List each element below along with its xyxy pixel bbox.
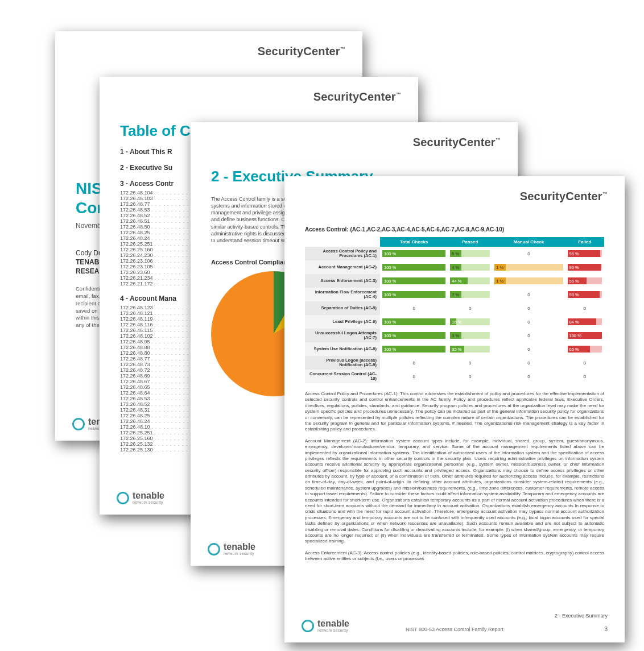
tenable-sub: network security — [224, 552, 255, 555]
para-ac1: Access Control Policy and Procedures (AC… — [305, 391, 604, 433]
para-ac2: Account Management (AC-2): Information s… — [305, 438, 604, 545]
row-label: Access Control Policy and Procedures (AC… — [305, 247, 380, 260]
row-label: Concurrent Session Control (AC-10) — [305, 370, 380, 383]
brand-logo: SecurityCenter™ — [313, 90, 401, 103]
brand-text: SecurityCenter — [313, 90, 396, 103]
table-row: Least Privilege (AC-6)100 %16 %084 % — [305, 315, 604, 329]
table-row: Unsuccessful Logon Attempts (AC-7)100 %0… — [305, 329, 604, 342]
col-manual: Manual Check — [492, 237, 565, 247]
brand-text: SecurityCenter — [258, 45, 340, 57]
tenable-logo: tenable network security — [302, 619, 349, 632]
brand-logo: SecurityCenter™ — [520, 190, 608, 203]
para-ac3: Access Enforcement (AC-3): Access contro… — [305, 550, 604, 562]
table-row: Access Control Policy and Procedures (AC… — [305, 247, 604, 260]
tenable-logo: tenable network security — [208, 542, 255, 555]
row-label: Separation of Duties (AC-5) — [305, 301, 380, 315]
brand-logo: SecurityCenter™ — [413, 136, 501, 149]
row-label: Account Management (AC-2) — [305, 260, 380, 274]
body-text: Access Control Policy and Procedures (AC… — [305, 391, 604, 562]
tenable-sub: network security — [133, 500, 164, 504]
table-row: System Use Notification (AC-8)100 %35 %0… — [305, 342, 604, 356]
brand-text: SecurityCenter — [520, 190, 602, 202]
table-row: Separation of Duties (AC-5)0000 — [305, 301, 604, 315]
footer-center: NIST 800-53 Access Control Family Report — [406, 627, 503, 632]
tenable-circle-icon — [72, 418, 85, 430]
tenable-circle-icon — [302, 620, 314, 632]
table-row: Concurrent Session Control (AC-10)0000 — [305, 370, 604, 383]
row-label: Least Privilege (AC-6) — [305, 315, 380, 329]
row-label: System Use Notification (AC-8) — [305, 342, 380, 356]
tenable-circle-icon — [117, 492, 129, 504]
brand-logo: SecurityCenter™ — [258, 45, 345, 58]
tenable-sub: network security — [317, 628, 349, 632]
col-total: Total Checks — [380, 237, 448, 247]
row-label: Previous Logon (access) Notification (AC… — [305, 356, 380, 370]
section-footer-title: 2 - Executive Summary — [555, 613, 608, 619]
row-label: Access Enforcement (AC-3) — [305, 274, 380, 288]
tenable-circle-icon — [208, 543, 220, 555]
compliance-table: Total Checks Passed Manual Check Failed … — [305, 237, 604, 383]
table-row: Previous Logon (access) Notification (AC… — [305, 356, 604, 370]
table-row: Account Management (AC-2)100 %4 %1 %96 % — [305, 260, 604, 274]
footer-page-number: 3 — [604, 626, 608, 632]
tenable-name: tenable — [133, 491, 164, 500]
table-row: Information Flow Enforcement (AC-4)100 %… — [305, 288, 604, 301]
row-label: Information Flow Enforcement (AC-4) — [305, 288, 380, 301]
tenable-logo: tenable network security — [117, 491, 164, 504]
tenable-name: tenable — [317, 619, 349, 628]
access-control-header: Access Control: (AC-1,AC-2,AC-3,AC-4,AC-… — [305, 226, 604, 233]
detail-page: SecurityCenter™ Access Control: (AC-1,AC… — [284, 176, 625, 642]
brand-text: SecurityCenter — [413, 136, 496, 148]
table-row: Access Enforcement (AC-3)100 %44 %1 %56 … — [305, 274, 604, 288]
col-passed: Passed — [448, 237, 492, 247]
tenable-name: tenable — [224, 542, 255, 552]
col-failed: Failed — [565, 237, 604, 247]
trademark-icon: ™ — [602, 191, 608, 197]
trademark-icon: ™ — [496, 137, 501, 143]
trademark-icon: ™ — [396, 92, 401, 97]
trademark-icon: ™ — [340, 46, 345, 52]
row-label: Unsuccessful Logon Attempts (AC-7) — [305, 329, 380, 342]
